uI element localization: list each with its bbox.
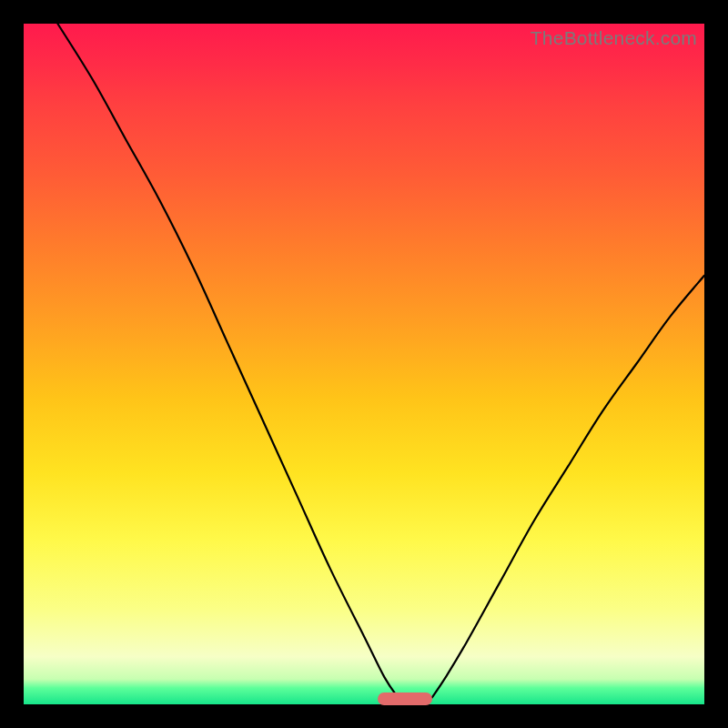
optimal-range-marker bbox=[378, 693, 432, 705]
curve-left-branch bbox=[57, 24, 398, 698]
bottleneck-curve bbox=[24, 24, 704, 704]
plot-area: TheBottleneck.com bbox=[24, 24, 704, 704]
chart-frame: TheBottleneck.com bbox=[0, 0, 728, 728]
curve-right-branch bbox=[432, 276, 704, 698]
